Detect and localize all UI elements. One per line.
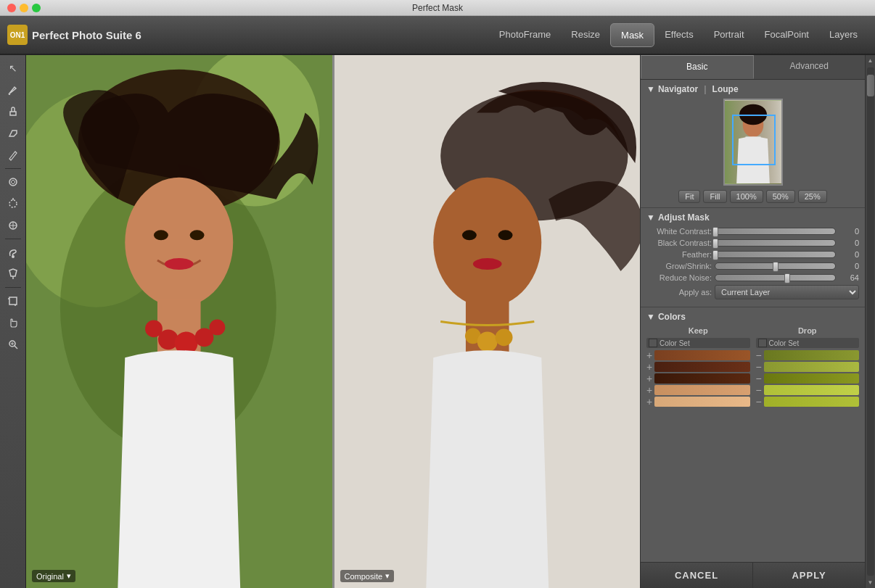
keep-color-1-bar — [654, 350, 749, 360]
black-contrast-track[interactable] — [715, 239, 836, 247]
zoom-50[interactable]: 50% — [766, 190, 795, 203]
feather-label: Feather: — [646, 250, 712, 259]
drop-color-4-remove[interactable]: − — [756, 385, 762, 395]
white-contrast-thumb[interactable] — [712, 227, 718, 237]
keep-color-5: + — [646, 397, 750, 407]
drop-color-2-remove[interactable]: − — [756, 362, 762, 372]
drop-color-set-label[interactable]: Color Set — [756, 338, 860, 348]
nav-effects[interactable]: Effects — [654, 23, 704, 47]
tab-basic[interactable]: Basic — [641, 55, 754, 79]
grow-shrink-track[interactable] — [715, 262, 836, 270]
nav-resize[interactable]: Resize — [561, 23, 610, 47]
drop-color-1-remove[interactable]: − — [756, 350, 762, 360]
nav-focalpoint[interactable]: FocalPoint — [755, 23, 819, 47]
scroll-down-arrow[interactable]: ▼ — [866, 577, 875, 588]
white-contrast-label: White Contrast: — [646, 227, 712, 236]
window-title: Perfect Mask — [412, 3, 463, 13]
tool-zoom[interactable] — [3, 334, 23, 355]
feather-track[interactable] — [715, 251, 836, 258]
reduce-noise-track[interactable] — [715, 274, 836, 281]
grow-shrink-value: 0 — [839, 262, 859, 270]
maximize-button[interactable] — [32, 4, 41, 12]
grow-shrink-thumb[interactable] — [773, 262, 779, 272]
nav-portrait[interactable]: Portrait — [704, 23, 755, 47]
drop-color-2-bar — [764, 362, 859, 372]
svg-point-35 — [461, 230, 476, 240]
apply-as-select[interactable]: Current Layer New Layer Composite — [715, 285, 859, 299]
keep-color-3-add[interactable]: + — [646, 373, 652, 384]
reduce-noise-thumb[interactable] — [784, 273, 790, 283]
photo-composite — [334, 55, 641, 588]
minimize-button[interactable] — [20, 4, 28, 12]
drop-color-set-row: Color Set — [756, 338, 860, 348]
drop-color-3-remove[interactable]: − — [756, 373, 762, 384]
nav-photoframe[interactable]: PhotoFrame — [489, 23, 562, 47]
nav-layers[interactable]: Layers — [819, 23, 868, 47]
keep-color-4-add[interactable]: + — [646, 385, 652, 395]
colors-grid: Keep Color Set + + — [646, 326, 859, 408]
keep-color-set-label[interactable]: Color Set — [646, 338, 750, 348]
window-controls[interactable] — [7, 4, 41, 12]
loupe-label[interactable]: Loupe — [712, 84, 739, 94]
zoom-fill[interactable]: Fill — [703, 190, 726, 203]
feather-thumb[interactable] — [712, 250, 718, 260]
tab-advanced[interactable]: Advanced — [754, 55, 866, 79]
app-name: Perfect Photo Suite 6 — [32, 29, 141, 41]
app-logo: ON1 Perfect Photo Suite 6 — [7, 25, 141, 45]
colors-header: ▼ Colors — [646, 312, 859, 322]
tool-paint[interactable] — [3, 242, 23, 262]
scroll-up-arrow[interactable]: ▲ — [866, 55, 875, 66]
keep-color-set-row: Color Set — [646, 338, 750, 348]
zoom-fit[interactable]: Fit — [678, 190, 700, 203]
keep-color-1-add[interactable]: + — [646, 350, 652, 360]
colors-section: ▼ Colors Keep Color Set + — [641, 307, 865, 439]
drop-color-4-bar — [764, 385, 859, 395]
svg-marker-1 — [9, 131, 17, 136]
composite-label: Composite ▾ — [340, 570, 395, 582]
cancel-button[interactable]: CANCEL — [641, 563, 753, 588]
keep-color-5-add[interactable]: + — [646, 397, 652, 407]
grow-shrink-label: Grow/Shrink: — [646, 262, 712, 270]
tool-select[interactable] — [3, 194, 23, 214]
tool-hand[interactable] — [3, 312, 23, 333]
svg-point-23 — [154, 230, 168, 240]
tool-pen[interactable] — [3, 145, 23, 165]
tool-line[interactable] — [3, 215, 23, 236]
drop-color-3-bar — [764, 373, 859, 384]
apply-as-label: Apply as: — [646, 288, 712, 297]
zoom-25[interactable]: 25% — [798, 190, 827, 203]
navigator-box — [732, 115, 776, 165]
tool-eraser[interactable] — [3, 123, 23, 144]
tool-crop[interactable] — [3, 291, 23, 311]
grow-shrink-row: Grow/Shrink: 0 — [646, 262, 859, 270]
nav-mask[interactable]: Mask — [610, 23, 654, 47]
white-contrast-track[interactable] — [715, 228, 836, 235]
drop-color-2: − — [756, 362, 860, 372]
navigator-thumbnail — [723, 99, 783, 186]
adjust-header: ▼ Adjust Mask — [646, 212, 859, 223]
tool-brush[interactable] — [3, 80, 23, 100]
scroll-thumb[interactable] — [867, 75, 874, 96]
tool-refine[interactable] — [3, 172, 23, 192]
feather-row: Feather: 0 — [646, 250, 859, 259]
keep-color-4: + — [646, 385, 750, 395]
toolbar: ↖ — [0, 55, 26, 588]
drop-color-5-remove[interactable]: − — [756, 397, 762, 407]
drop-color-3: − — [756, 373, 860, 384]
keep-color-3-bar — [654, 373, 749, 384]
keep-color-2-bar — [654, 362, 749, 372]
svg-point-8 — [12, 255, 15, 258]
black-contrast-thumb[interactable] — [712, 239, 718, 249]
drop-color-1-bar — [764, 350, 859, 360]
tool-pointer[interactable]: ↖ — [3, 58, 23, 78]
close-button[interactable] — [7, 4, 16, 12]
toolbar-divider-2 — [5, 239, 21, 239]
zoom-100[interactable]: 100% — [730, 190, 763, 203]
tool-fill[interactable] — [3, 264, 23, 284]
keep-column: Keep Color Set + + — [646, 326, 750, 408]
apply-button[interactable]: APPLY — [753, 563, 865, 588]
keep-color-2-add[interactable]: + — [646, 362, 652, 372]
svg-point-34 — [433, 178, 541, 307]
scroll-track[interactable] — [867, 67, 874, 576]
tool-stamp[interactable] — [3, 102, 23, 122]
